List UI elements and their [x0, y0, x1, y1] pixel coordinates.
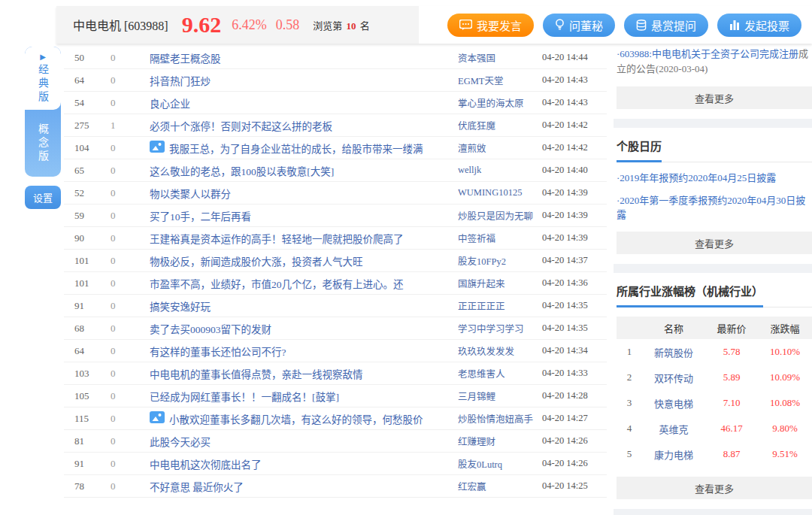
post-author-link[interactable]: 玖玖玖发发发 [458, 344, 542, 358]
post-title-link[interactable]: 搞笑安逸好玩 [150, 298, 458, 314]
lightbulb-icon [555, 19, 565, 31]
calendar-item[interactable]: ·2020年第一季度季报预约2020年04月30日披露 [617, 193, 812, 222]
stock-name-link[interactable]: 英维克 [642, 422, 705, 436]
post-title-link[interactable]: 抖音热门狂炒 [150, 73, 458, 88]
calendar-item[interactable]: ·2019年年报预约2020年04月25日披露 [617, 171, 812, 185]
post-title-link[interactable]: 市盈率不高，业绩好，市值20几个亿，老板有上进心。还 [150, 276, 458, 291]
post-author-link[interactable]: 掌心里的海太原 [458, 95, 542, 110]
announcement-link[interactable]: ·603988:中电电机关于全资子公司完成注册 [617, 48, 798, 59]
post-title-link[interactable]: 王建裕真是资本运作的高手！轻轻地一爬就把股价爬高了 [150, 231, 458, 246]
post-button[interactable]: 我要发言 [447, 14, 534, 37]
bounty-question-button[interactable]: 悬赏提问 [624, 14, 708, 37]
stock-calendar-title: 个股日历 [617, 138, 812, 162]
stock-latest-price: 7.10 [705, 397, 758, 409]
stock-name-link[interactable]: 新筑股份 [642, 345, 705, 359]
stock-rank: 5 [617, 448, 642, 460]
forum-post-row: 81 0 此股今天必买 红赚理财 04-20 14:26 [64, 430, 607, 453]
read-count: 64 [64, 345, 111, 357]
post-title-link[interactable]: 这么敬业的老总，跟100股以表敬意[大笑] [150, 163, 458, 178]
read-count: 101 [64, 277, 111, 289]
tab-classic-label: 经典版 [38, 64, 48, 105]
forum-post-row: 68 0 卖了去买000903留下的发财 学习中学习学习 04-20 14:35 [64, 317, 607, 340]
ask-secretary-button[interactable]: 问董秘 [543, 14, 615, 37]
comment-count: 0 [111, 210, 150, 222]
post-author-link[interactable]: 红宏赢 [458, 479, 542, 493]
industry-more-button[interactable]: 查看更多 [617, 477, 812, 499]
post-title-link[interactable]: 物极必反，新闻造成股价大涨，投资者人气大旺 [150, 253, 458, 268]
read-count: 65 [64, 165, 111, 177]
post-title-link[interactable]: 不好意思 最近你火了 [150, 479, 458, 494]
section-divider [614, 119, 812, 128]
post-time: 04-20 14:44 [542, 52, 607, 63]
post-author-link[interactable]: 股友10FPy2 [458, 253, 542, 268]
post-title-link[interactable]: 有这样的董事长还怕公司不行? [150, 344, 458, 359]
post-title-link[interactable]: 此股今天必买 [150, 434, 458, 449]
post-title-link[interactable]: 中电电机这次彻底出名了 [150, 456, 458, 471]
post-author-link[interactable]: 三月锦鲤 [458, 389, 542, 403]
post-time: 04-20 14:43 [542, 97, 607, 108]
version-tabs: ▶ 经典版 概念版 [25, 47, 61, 177]
stock-rank: 1 [617, 346, 642, 358]
stock-change-percent: 9.80% [758, 423, 812, 435]
post-title-text: 中电电机的董事长值得点赞，亲赴一线视察敌情 [150, 366, 363, 381]
post-author-link[interactable]: 老思维害人 [458, 366, 542, 380]
settings-button[interactable]: 设置 [25, 186, 61, 209]
post-author-link[interactable]: 炒股怡情泡妞高手 [458, 411, 542, 426]
tab-classic-version[interactable]: ▶ 经典版 [25, 47, 61, 110]
comment-count: 0 [111, 323, 150, 335]
forum-post-row: 275 1 必须十个涨停！否则对不起这么拼的老板 伏底狂魔 04-20 14:4… [64, 114, 607, 137]
comment-count: 0 [111, 480, 150, 492]
post-author-link[interactable]: 红赚理财 [458, 434, 542, 448]
post-title-link[interactable]: 必须十个涨停！否则对不起这么拼的老板 [150, 118, 458, 133]
read-count: 78 [64, 480, 111, 492]
post-author-link[interactable]: 中签祈福 [458, 231, 542, 245]
post-title-link[interactable]: 买了10手，二年后再看 [150, 208, 458, 223]
post-author-link[interactable]: 澶煎敓 [458, 141, 542, 155]
post-author-link[interactable]: 伏底狂魔 [458, 118, 542, 132]
post-title-link[interactable]: 物以类聚人以群分 [150, 186, 458, 201]
comment-count: 0 [111, 390, 150, 402]
post-author-link[interactable]: WUMING10125 [458, 187, 542, 198]
post-author-link[interactable]: EGMT天堂 [458, 73, 542, 87]
post-title-link[interactable]: 已经成为网红董事长！！一翻成名！[鼓掌] [150, 389, 458, 404]
stock-calendar-section: 个股日历 ·2019年年报预约2020年04月25日披露 ·2020年第一季度季… [617, 138, 812, 254]
post-author-link[interactable]: 正正正正正 [458, 298, 542, 313]
stock-name-link[interactable]: 快意电梯 [642, 396, 705, 410]
comment-count: 0 [111, 52, 150, 64]
post-title-text: 买了10手，二年后再看 [150, 208, 251, 223]
read-count: 275 [64, 120, 111, 132]
start-vote-button[interactable]: 发起投票 [717, 14, 801, 37]
post-author-link[interactable]: 炒股只是因为无聊 [458, 208, 542, 223]
post-author-link[interactable]: 学习中学习学习 [458, 321, 542, 335]
post-title-text: 良心企业 [150, 95, 190, 111]
tab-concept-version[interactable]: 概念版 [25, 110, 61, 177]
post-title-text: 王建裕真是资本运作的高手！轻轻地一爬就把股价爬高了 [150, 231, 404, 246]
post-author-link[interactable]: 股友0Lutrq [458, 456, 542, 471]
industry-table-header: 名称 最新价 涨跌幅 [617, 317, 812, 339]
forum-post-row: 78 0 不好意思 最近你火了 红宏赢 04-20 14:25 [64, 475, 607, 498]
post-title-link[interactable]: 隔壁老王概念股 [150, 50, 458, 65]
post-author-link[interactable]: 国旗升起来 [458, 276, 542, 290]
post-time: 04-20 14:26 [542, 458, 607, 469]
post-title-link[interactable]: 中电电机的董事长值得点赞，亲赴一线视察敌情 [150, 366, 458, 381]
post-author-link[interactable]: 资本强国 [458, 50, 542, 65]
right-sidebar: ·603988:中电电机关于全资子公司完成注册成立的公告(2020-03-04)… [617, 47, 812, 515]
stock-name-link[interactable]: 双环传动 [642, 371, 705, 385]
forum-post-row: 101 0 物极必反，新闻造成股价大涨，投资者人气大旺 股友10FPy2 04-… [64, 250, 607, 272]
announcement-more-button[interactable]: 查看更多 [617, 86, 812, 109]
comment-count: 0 [111, 165, 150, 177]
stock-name-link[interactable]: 康力电梯 [642, 447, 705, 462]
calendar-more-button[interactable]: 查看更多 [617, 232, 812, 254]
comment-count: 0 [111, 300, 150, 312]
post-author-link[interactable]: welljk [458, 165, 542, 176]
post-title-text: 此股今天必买 [150, 434, 211, 449]
post-title-link[interactable]: 小散欢迎董事长多翻几次墙，有这么好的领导，何愁股价 [150, 411, 458, 426]
post-title-link[interactable]: 我服王总，为了自身企业茁壮的成长，给股市带来一缕满 [150, 141, 458, 156]
post-title-link[interactable]: 良心企业 [150, 95, 458, 111]
post-title-link[interactable]: 卖了去买000903留下的发财 [150, 321, 458, 336]
comment-count: 0 [111, 97, 150, 109]
stock-summary: 中电电机 [603988] 9.62 6.42% 0.58 浏览第 10 名 [56, 6, 419, 44]
read-count: 54 [64, 97, 111, 109]
forum-post-row: 50 0 隔壁老王概念股 资本强国 04-20 14:44 [64, 47, 607, 69]
forum-post-row: 91 0 中电电机这次彻底出名了 股友0Lutrq 04-20 14:26 [64, 453, 607, 475]
